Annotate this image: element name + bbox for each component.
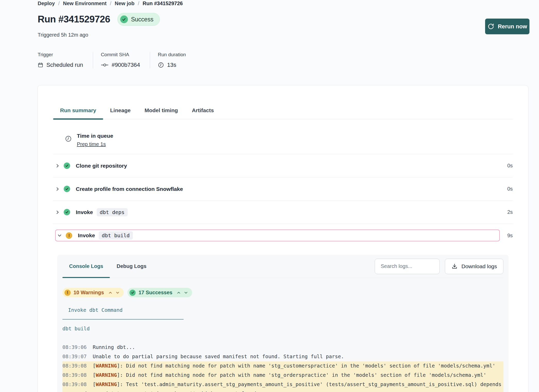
tab-lineage[interactable]: Lineage [103,102,137,119]
17-successes-badge[interactable]: 17 Successes [127,288,192,297]
chevron-down-small-icon[interactable] [184,291,188,295]
breadcrumb: Deploy/New Environment/New job/Run #3415… [38,1,183,6]
log-timestamp: 08:39:08 [62,372,87,378]
meta-label: Run duration [158,52,186,58]
run-card: Run summaryLineageModel timingArtifacts … [37,85,528,392]
log-line: 08:39:08 [WARNING]: Did not find matchin… [62,361,503,371]
step-success-icon [64,162,70,169]
chevron-down-small-icon[interactable] [116,291,120,295]
warning-tag: WARNING [96,372,117,378]
meta-column-run-duration: Run duration13s [150,52,196,68]
download-icon [451,263,458,270]
step-duration: 2s [504,209,513,215]
badge-label: 10 Warnings [74,290,104,296]
meta-value: 13s [158,62,186,68]
step-row-invoke-dbt-build[interactable]: Invokedbt build9s [53,224,513,247]
chevron-right-icon[interactable] [55,187,60,191]
triggered-text: Triggered 5h 12m ago [38,32,88,38]
download-logs-button[interactable]: Download logs [445,259,503,274]
log-message: Did not find matching node for patch wit… [126,363,495,369]
meta-value-text: Scheduled run [46,62,83,68]
commit-icon [101,63,109,67]
step-label: Invoke [76,209,93,215]
log-timestamp: 08:39:06 [62,344,87,350]
warning-tag: WARNING [96,363,117,369]
badge-chevrons [177,291,188,295]
chevron-right-icon[interactable] [55,164,60,168]
breadcrumb-separator: / [58,1,60,6]
log-timestamp: 08:39:07 [62,354,87,360]
queue-text: Time in queue Prep time 1s [77,133,113,147]
step-success-icon [64,209,70,215]
success-check-icon [120,15,128,23]
console-panel: Console LogsDebug Logs Download logs 10 … [57,255,509,392]
breadcrumb-current: Run #341529726 [143,1,183,6]
log-blank-line [62,333,503,343]
step-label: Create profile from connection Snowflake [76,186,183,192]
tab-console-logs[interactable]: Console Logs [62,255,110,278]
log-line: 08:39:07 Unable to do partial parsing be… [62,352,503,361]
meta-value-text: #900b7364 [112,62,140,68]
step-duration: 9s [504,233,513,239]
run-tabs: Run summaryLineageModel timingArtifacts [53,102,513,119]
log-separator: ──────────────────────────────────────── [62,315,503,324]
chevron-right-icon[interactable] [55,210,60,215]
step-duration: 0s [504,186,513,192]
breadcrumb-item-new-environment[interactable]: New Environment [63,1,107,6]
log-message: Unable to do partial parsing because sav… [93,354,344,360]
prep-time-link[interactable]: Prep time 1s [77,141,106,147]
meta-value-text: 13s [167,62,176,68]
title-row: Run #341529726 Success [38,12,160,27]
chevron-down-icon[interactable] [57,233,62,238]
chevron-up-small-icon[interactable] [108,291,112,295]
download-logs-label: Download logs [461,263,497,270]
log-message: Test 'test.admin_maturity.assert_stg_pay… [62,381,504,392]
step-success-icon [64,186,70,192]
step-row-invoke-dbt-deps[interactable]: Invokedbt deps2s [53,201,513,224]
badge-warning-icon [64,290,71,296]
meta-value: #900b7364 [101,62,140,68]
breadcrumb-item-new-job[interactable]: New job [115,1,135,6]
log-timestamp: 08:39:08 [62,381,87,387]
chevron-up-small-icon[interactable] [177,291,181,295]
console-header: Console LogsDebug Logs Download logs [62,255,503,278]
meta-column-commit-sha: Commit SHA#900b7364 [93,52,150,68]
log-command: dbt build [62,324,503,333]
rerun-now-label: Rerun now [498,23,527,30]
log-message: Running dbt... [93,344,135,350]
step-code: dbt build [99,231,133,240]
log-command-header: Invoke dbt Command [62,306,503,315]
clock-icon [65,135,72,142]
log-view: Invoke dbt Command ─────────────────────… [62,306,503,392]
clock-icon [158,62,164,68]
rerun-now-button[interactable]: Rerun now [485,19,529,34]
badge-label: 17 Successes [138,290,172,296]
log-line: 08:39:08 [WARNING]: Did not find matchin… [62,371,503,380]
run-meta: TriggerScheduled runCommit SHA#900b7364R… [38,52,196,68]
step-row-create-profile-from-connection-snowflake[interactable]: Create profile from connection Snowflake… [53,177,513,201]
step-highlight-box: Invokedbt build [55,230,500,241]
search-logs-input[interactable] [375,259,440,274]
step-row-clone-git-repository[interactable]: Clone git repository0s [53,154,513,177]
log-badges: 10 Warnings17 Successes [62,288,503,297]
log-lines: 08:39:06 Running dbt...08:39:07 Unable t… [62,343,503,392]
meta-value: Scheduled run [38,62,83,68]
meta-column-trigger: TriggerScheduled run [38,52,93,68]
status-badge: Success [117,13,160,26]
log-line: 08:39:08 [WARNING]: Test 'test.admin_mat… [62,380,503,392]
console-tabs: Console LogsDebug Logs [62,255,153,278]
breadcrumb-item-deploy[interactable]: Deploy [38,1,55,6]
tab-run-summary[interactable]: Run summary [53,102,103,119]
console-controls: Download logs [375,259,503,274]
status-badge-label: Success [131,16,153,23]
tab-model-timing[interactable]: Model timing [137,102,185,119]
log-timestamp: 08:39:08 [62,363,87,369]
tab-artifacts[interactable]: Artifacts [185,102,221,119]
step-label: Clone git repository [76,163,127,169]
10-warnings-badge[interactable]: 10 Warnings [62,288,124,297]
queue-section: Time in queue Prep time 1s [53,119,513,154]
breadcrumb-separator: / [138,1,139,6]
tab-debug-logs[interactable]: Debug Logs [110,255,153,278]
meta-label: Trigger [38,52,83,58]
warning-tag: WARNING [96,381,117,387]
